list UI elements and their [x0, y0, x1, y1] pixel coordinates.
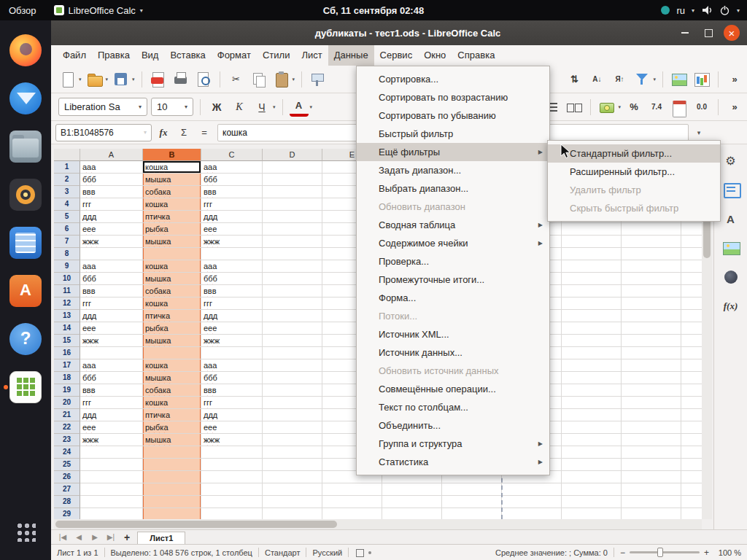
cell-c4[interactable]: ггг — [201, 198, 263, 211]
open-icon[interactable] — [85, 70, 104, 89]
row-header-18[interactable]: 18 — [54, 372, 80, 384]
first-sheet-icon[interactable]: |◀ — [57, 533, 69, 541]
cell-k17[interactable] — [681, 359, 702, 372]
cell-i6[interactable] — [562, 223, 622, 236]
cell-j16[interactable] — [622, 347, 681, 359]
cell-c14[interactable]: еее — [201, 322, 263, 335]
toolbar-overflow-icon[interactable]: » — [725, 98, 744, 117]
data-menu-item-3[interactable]: Быстрый фильтр — [357, 125, 549, 143]
function-wizard-button[interactable]: fx — [155, 124, 172, 141]
cell-k6[interactable] — [681, 223, 702, 236]
data-menu-item-2[interactable]: Сортировать по убыванию — [357, 106, 549, 125]
italic-button[interactable]: К — [230, 98, 249, 117]
cell-b29[interactable] — [143, 508, 201, 519]
cell-c6[interactable]: еее — [201, 223, 263, 236]
cell-d26[interactable] — [263, 471, 322, 483]
last-sheet-icon[interactable]: ▶| — [105, 533, 117, 541]
selection-mode-icon[interactable] — [355, 548, 365, 557]
cell-d28[interactable] — [263, 496, 322, 508]
status-indicator-icon[interactable] — [661, 6, 670, 15]
cell-h29[interactable] — [502, 508, 562, 519]
zoom-slider-thumb[interactable] — [657, 548, 663, 557]
cell-f28[interactable] — [382, 496, 442, 508]
cell-c12[interactable]: ггг — [201, 298, 263, 310]
row-header-19[interactable]: 19 — [54, 384, 80, 397]
cell-a9[interactable]: ааа — [80, 260, 143, 273]
menubar-item-файл[interactable]: Файл — [57, 45, 92, 66]
cell-a18[interactable]: ббб — [80, 372, 143, 384]
sheet-tab[interactable]: Лист1 — [137, 532, 185, 544]
print-preview-icon[interactable] — [194, 70, 213, 89]
row-header-9[interactable]: 9 — [54, 260, 80, 273]
data-menu-item-0[interactable]: Сортировка... — [357, 70, 549, 88]
cell-a21[interactable]: ддд — [80, 409, 143, 421]
cell-b3[interactable]: собака — [143, 186, 201, 198]
underline-dropdown[interactable]: ▾ — [273, 104, 276, 110]
cell-i18[interactable] — [562, 372, 622, 384]
cell-c29[interactable] — [201, 508, 263, 519]
cell-k12[interactable] — [681, 298, 702, 310]
row-header-20[interactable]: 20 — [54, 397, 80, 409]
cell-d3[interactable] — [263, 186, 322, 198]
files-button[interactable] — [3, 122, 48, 171]
cell-i13[interactable] — [562, 310, 622, 322]
cell-b10[interactable]: мышка — [143, 273, 201, 285]
cell-b7[interactable]: мышка — [143, 236, 201, 248]
cell-j12[interactable] — [622, 298, 681, 310]
cell-d27[interactable] — [263, 483, 322, 496]
cell-j18[interactable] — [622, 372, 681, 384]
cell-c2[interactable]: ббб — [201, 174, 263, 186]
cell-d9[interactable] — [263, 260, 322, 273]
data-menu-item-7[interactable]: Обновить диапазон — [357, 198, 549, 216]
cell-k19[interactable] — [681, 384, 702, 397]
data-menu-item-13[interactable]: Потоки... — [357, 307, 549, 325]
autofilter-icon[interactable] — [632, 70, 651, 89]
cell-d16[interactable] — [263, 347, 322, 359]
cell-c23[interactable]: жжж — [201, 434, 263, 446]
export-pdf-icon[interactable] — [149, 70, 168, 89]
cell-c11[interactable]: ввв — [201, 285, 263, 298]
cell-i14[interactable] — [562, 322, 622, 335]
cell-a26[interactable] — [80, 471, 143, 483]
cell-k25[interactable] — [681, 459, 702, 471]
cell-b6[interactable]: рыбка — [143, 223, 201, 236]
thunderbird-button[interactable] — [3, 74, 48, 122]
cell-e28[interactable] — [322, 496, 382, 508]
zoom-level[interactable]: 100 % — [709, 548, 741, 557]
cell-b26[interactable] — [143, 471, 201, 483]
row-header-17[interactable]: 17 — [54, 359, 80, 372]
cell-d7[interactable] — [263, 236, 322, 248]
close-button[interactable]: × — [724, 25, 740, 41]
cell-g27[interactable] — [442, 483, 502, 496]
merge-cells-icon[interactable] — [565, 98, 584, 117]
cell-j6[interactable] — [622, 223, 681, 236]
cell-c3[interactable]: ввв — [201, 186, 263, 198]
cell-a24[interactable] — [80, 446, 143, 459]
menubar-item-сервис[interactable]: Сервис — [374, 45, 419, 66]
cell-j26[interactable] — [622, 471, 681, 483]
cell-d20[interactable] — [263, 397, 322, 409]
cell-i24[interactable] — [562, 446, 622, 459]
cell-i7[interactable] — [562, 236, 622, 248]
cell-k7[interactable] — [681, 236, 702, 248]
cell-b14[interactable]: рыбка — [143, 322, 201, 335]
format-number-icon[interactable]: 7.4 — [647, 98, 666, 117]
cell-a2[interactable]: ббб — [80, 174, 143, 186]
cell-d15[interactable] — [263, 335, 322, 347]
cell-e29[interactable] — [322, 508, 382, 519]
clone-formatting-icon[interactable] — [309, 70, 328, 89]
cell-d18[interactable] — [263, 372, 322, 384]
cell-c24[interactable] — [201, 446, 263, 459]
sort-icon[interactable]: ⇅ — [565, 70, 584, 89]
cell-d6[interactable] — [263, 223, 322, 236]
cell-j24[interactable] — [622, 446, 681, 459]
cell-b1[interactable]: кошка — [143, 161, 201, 174]
cell-d2[interactable] — [263, 174, 322, 186]
data-menu-item-14[interactable]: Источник XML... — [357, 325, 549, 343]
show-applications-button[interactable] — [3, 508, 48, 556]
cell-j7[interactable] — [622, 236, 681, 248]
bold-button[interactable]: Ж — [207, 98, 226, 117]
cell-k28[interactable] — [681, 496, 702, 508]
rhythmbox-button[interactable] — [3, 171, 48, 219]
cell-k11[interactable] — [681, 285, 702, 298]
